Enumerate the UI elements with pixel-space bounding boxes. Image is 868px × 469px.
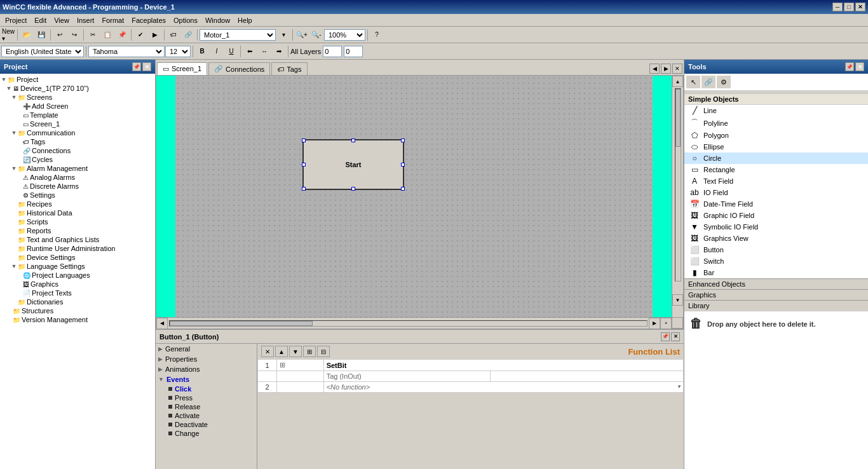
- bottom-pin-button[interactable]: 📌: [661, 332, 670, 341]
- tab-screen1[interactable]: ▭ Screen_1: [157, 62, 207, 75]
- minimize-button[interactable]: ─: [832, 3, 843, 11]
- tools-item-graphics-view[interactable]: 🖼Graphics View: [684, 233, 868, 244]
- tools-graphics[interactable]: Graphics: [684, 289, 868, 300]
- tree-item-screens[interactable]: ▼📁Screens: [0, 93, 155, 102]
- font-size-combo[interactable]: 12: [165, 46, 191, 57]
- hscroll-track[interactable]: [169, 320, 648, 327]
- tools-item-ellipse[interactable]: ⬭Ellipse: [684, 141, 868, 153]
- cut-button[interactable]: ✂: [86, 29, 100, 41]
- open-button[interactable]: 📂: [20, 29, 34, 41]
- tree-item-template[interactable]: ▭Template: [0, 111, 155, 119]
- canvas-content[interactable]: Start: [175, 76, 653, 317]
- underline-button[interactable]: U: [224, 45, 238, 58]
- motor-combo[interactable]: Motor_1: [200, 29, 276, 41]
- prop-events[interactable]: ▼ Events: [156, 374, 257, 384]
- copy-button[interactable]: 📋: [100, 29, 114, 41]
- tree-item-text-graphics[interactable]: 📁Text and Graphics Lists: [0, 235, 155, 244]
- language-combo[interactable]: English (United States): [1, 46, 84, 57]
- func-dropdown-2[interactable]: ▾: [677, 383, 681, 390]
- tab-tags[interactable]: 🏷 Tags: [271, 62, 307, 75]
- tree-item-runtime-admin[interactable]: 📁Runtime User Administration: [0, 244, 155, 253]
- close-button[interactable]: ✕: [855, 3, 865, 11]
- canvas-hscroll[interactable]: ◀ ▶ +: [156, 317, 672, 329]
- zoom-out-button[interactable]: 🔍-: [309, 29, 323, 41]
- tree-item-structures[interactable]: 📁Structures: [0, 306, 155, 315]
- hscroll-thumb[interactable]: [170, 321, 313, 326]
- tools-simple-objects-header[interactable]: Simple Objects: [684, 93, 868, 105]
- tools-item-graphic-io[interactable]: 🖼Graphic IO Field: [684, 210, 868, 221]
- tools-item-symbolic-io[interactable]: ▼Symbolic IO Field: [684, 221, 868, 233]
- menu-help[interactable]: Help: [234, 15, 256, 25]
- tree-item-scripts[interactable]: 📁Scripts: [0, 217, 155, 226]
- tree-item-add-screen[interactable]: ➕Add Screen: [0, 102, 155, 111]
- tree-item-graphics[interactable]: 🖼Graphics: [0, 280, 155, 289]
- prop-release[interactable]: Release: [156, 402, 257, 411]
- tree-item-version-mgmt[interactable]: 📁Version Management: [0, 315, 155, 324]
- tools-enhanced-objects[interactable]: Enhanced Objects: [684, 278, 868, 289]
- menu-options[interactable]: Options: [170, 15, 201, 25]
- menu-faceplates[interactable]: Faceplates: [128, 15, 170, 25]
- canvas-zoom-add[interactable]: +: [660, 318, 672, 329]
- fl-delete-button[interactable]: ✕: [261, 346, 274, 357]
- tab-close-button[interactable]: ✕: [672, 64, 682, 74]
- func-name-1[interactable]: SetBit: [323, 360, 683, 371]
- tree-item-proj-langs[interactable]: 🌐Project Languages: [0, 271, 155, 280]
- tree-item-communication[interactable]: ▼📁Communication: [0, 128, 155, 137]
- tools-item-polygon[interactable]: ⬠Polygon: [684, 130, 868, 141]
- menu-insert[interactable]: Insert: [73, 15, 98, 25]
- canvas-vscroll[interactable]: ▲ ▼: [672, 76, 683, 317]
- prop-press[interactable]: Press: [156, 393, 257, 402]
- tools-close-button[interactable]: ✕: [855, 62, 864, 71]
- func-name-2[interactable]: <No function> ▾: [323, 382, 683, 393]
- layer-input-2[interactable]: [344, 46, 363, 57]
- bold-button[interactable]: B: [195, 45, 209, 58]
- tab-next-button[interactable]: ▶: [661, 64, 671, 74]
- tools-item-line[interactable]: ╱Line: [684, 105, 868, 116]
- tree-item-device-settings[interactable]: 📁Device Settings: [0, 253, 155, 262]
- trash-area[interactable]: 🗑 Drop any object here to delete it.: [684, 311, 868, 336]
- paste-button[interactable]: 📌: [115, 29, 129, 41]
- menu-project[interactable]: Project: [1, 15, 31, 25]
- undo-button[interactable]: ↩: [53, 29, 67, 41]
- project-pin-button[interactable]: 📌: [132, 62, 141, 71]
- tree-item-cycles[interactable]: 🔄Cycles: [0, 155, 155, 164]
- hscroll-left-button[interactable]: ◀: [156, 318, 168, 329]
- tools-config-button[interactable]: ⚙: [717, 76, 731, 88]
- prop-deactivate[interactable]: Deactivate: [156, 420, 257, 429]
- tools-item-iofield[interactable]: abIO Field: [684, 187, 868, 198]
- project-close-button[interactable]: ✕: [142, 62, 151, 71]
- fl-expand-button[interactable]: ⊞: [303, 346, 316, 357]
- align-left-button[interactable]: ⬅: [243, 45, 257, 58]
- tree-item-settings[interactable]: ⚙Settings: [0, 191, 155, 200]
- font-combo[interactable]: Tahoma: [88, 46, 165, 57]
- new-dropdown-button[interactable]: New ▾: [1, 29, 15, 41]
- tree-item-recipes[interactable]: 📁Recipes: [0, 200, 155, 208]
- tree-item-screen1[interactable]: ▭Screen_1: [0, 119, 155, 128]
- tools-item-textfield[interactable]: AText Field: [684, 175, 868, 187]
- layer-input-1[interactable]: [323, 46, 342, 57]
- tools-library[interactable]: Library: [684, 300, 868, 311]
- tools-item-switch[interactable]: ⬜Switch: [684, 255, 868, 267]
- tools-item-rectangle[interactable]: ▭Rectangle: [684, 164, 868, 175]
- align-center-button[interactable]: ↔: [257, 45, 271, 58]
- tools-connect-button[interactable]: 🔗: [702, 76, 715, 88]
- prop-general[interactable]: ▶ General: [156, 344, 257, 354]
- vscroll-track[interactable]: [675, 88, 681, 282]
- prop-click[interactable]: Click: [156, 384, 257, 393]
- fl-down-button[interactable]: ▼: [289, 346, 302, 357]
- bottom-close-button[interactable]: ✕: [671, 332, 680, 341]
- tools-item-bar[interactable]: ▮Bar: [684, 267, 868, 278]
- fl-up-button[interactable]: ▲: [275, 346, 288, 357]
- tree-item-historical-data[interactable]: 📁Historical Data: [0, 208, 155, 217]
- func-expand-1[interactable]: ⊞: [277, 360, 324, 371]
- tools-item-button[interactable]: ⬜Button: [684, 244, 868, 255]
- tree-item-tags[interactable]: 🏷Tags: [0, 137, 155, 146]
- tree-item-device1[interactable]: ▼🖥Device_1(TP 270 10''): [0, 84, 155, 93]
- save-button[interactable]: 💾: [34, 29, 48, 41]
- zoom-in-button[interactable]: 🔍+: [295, 29, 309, 41]
- prop-activate[interactable]: Activate: [156, 411, 257, 420]
- menu-format[interactable]: Format: [98, 15, 128, 25]
- hscroll-right-button[interactable]: ▶: [649, 318, 660, 329]
- vscroll-down-button[interactable]: ▼: [672, 294, 683, 306]
- prop-properties[interactable]: ▶ Properties: [156, 354, 257, 364]
